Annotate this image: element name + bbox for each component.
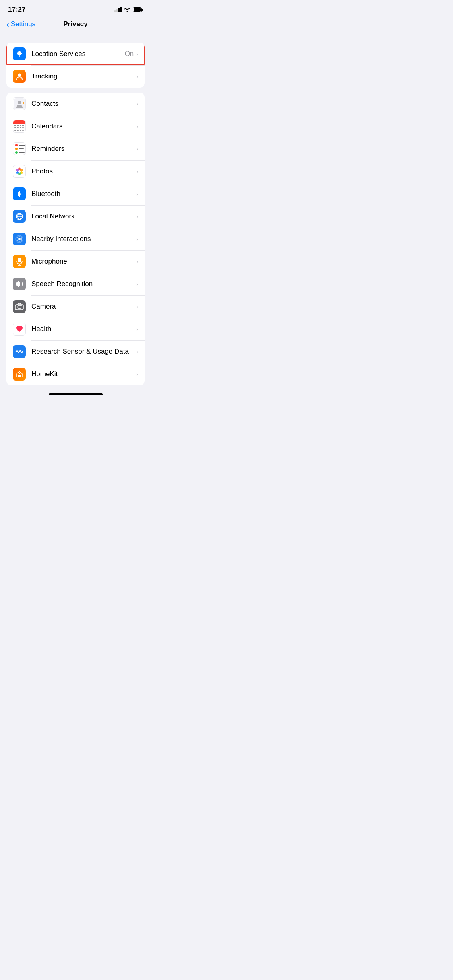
svg-rect-29 <box>17 282 18 286</box>
microphone-label: Microphone <box>31 257 136 266</box>
svg-rect-1 <box>142 9 143 11</box>
nearby-interactions-label: Nearby Interactions <box>31 235 136 243</box>
microphone-icon <box>13 255 26 268</box>
status-time: 17:27 <box>8 6 25 14</box>
camera-row[interactable]: Camera › <box>6 295 145 318</box>
photos-chevron: › <box>136 168 138 175</box>
svg-rect-6 <box>23 102 24 103</box>
camera-chevron: › <box>136 303 138 310</box>
location-services-chevron: › <box>136 51 138 57</box>
home-indicator <box>0 390 151 397</box>
health-label: Health <box>31 325 136 333</box>
location-services-row[interactable]: Location Services On › <box>6 43 145 65</box>
tracking-icon <box>13 70 26 83</box>
svg-rect-32 <box>21 281 21 287</box>
location-services-value: On <box>125 50 134 58</box>
contacts-icon <box>13 97 26 110</box>
contacts-label: Contacts <box>31 100 136 108</box>
home-bar <box>49 393 103 395</box>
microphone-chevron: › <box>136 258 138 265</box>
top-section: Location Services On › Tracking › <box>6 43 145 88</box>
research-sensor-row[interactable]: Research Sensor & Usage Data › <box>6 340 145 363</box>
svg-point-16 <box>18 170 21 173</box>
nav-bar: ‹ Settings Privacy <box>0 17 151 33</box>
reminders-label: Reminders <box>31 145 136 153</box>
photos-label: Photos <box>31 167 136 175</box>
homekit-icon <box>13 368 26 381</box>
research-sensor-icon <box>13 345 26 358</box>
battery-icon <box>133 7 143 12</box>
svg-rect-37 <box>18 375 21 377</box>
location-services-label: Location Services <box>31 50 125 58</box>
bluetooth-label: Bluetooth <box>31 190 136 198</box>
health-icon <box>13 323 26 336</box>
calendars-icon <box>13 120 26 133</box>
research-sensor-label: Research Sensor & Usage Data <box>31 348 136 356</box>
health-chevron: › <box>136 326 138 332</box>
tracking-chevron: › <box>136 73 138 80</box>
svg-rect-2 <box>134 8 141 12</box>
calendars-row[interactable]: Calendars › <box>6 115 145 138</box>
svg-point-22 <box>18 238 21 240</box>
local-network-label: Local Network <box>31 212 136 220</box>
svg-rect-31 <box>19 282 20 286</box>
signal-icon <box>114 7 122 12</box>
status-icons <box>114 7 143 12</box>
local-network-icon <box>13 210 26 223</box>
svg-rect-33 <box>22 282 23 286</box>
bluetooth-chevron: › <box>136 191 138 197</box>
svg-point-35 <box>18 305 21 309</box>
location-services-icon <box>13 47 26 60</box>
svg-rect-25 <box>18 258 21 262</box>
main-section: Contacts › Calendars › <box>6 93 145 385</box>
svg-rect-8 <box>23 105 24 105</box>
svg-point-38 <box>19 373 20 374</box>
homekit-chevron: › <box>136 371 138 377</box>
tracking-label: Tracking <box>31 72 136 80</box>
nearby-interactions-row[interactable]: Nearby Interactions › <box>6 228 145 250</box>
page-title: Privacy <box>63 20 88 28</box>
reminders-chevron: › <box>136 146 138 152</box>
local-network-row[interactable]: Local Network › <box>6 205 145 228</box>
reminders-row[interactable]: Reminders › <box>6 138 145 160</box>
camera-label: Camera <box>31 303 136 311</box>
homekit-label: HomeKit <box>31 370 136 378</box>
contacts-row[interactable]: Contacts › <box>6 93 145 115</box>
back-button[interactable]: ‹ Settings <box>6 20 35 28</box>
calendars-label: Calendars <box>31 122 136 130</box>
camera-icon <box>13 300 26 313</box>
research-sensor-chevron: › <box>136 348 138 355</box>
photos-icon <box>13 165 26 178</box>
svg-rect-7 <box>23 103 24 104</box>
bluetooth-row[interactable]: Bluetooth › <box>6 183 145 205</box>
speech-recognition-row[interactable]: Speech Recognition › <box>6 273 145 295</box>
microphone-row[interactable]: Microphone › <box>6 250 145 273</box>
local-network-chevron: › <box>136 213 138 220</box>
nearby-interactions-icon <box>13 233 26 245</box>
svg-point-3 <box>18 74 21 76</box>
back-label: Settings <box>11 20 35 28</box>
svg-rect-30 <box>18 281 19 287</box>
nearby-interactions-chevron: › <box>136 236 138 242</box>
status-bar: 17:27 <box>0 0 151 17</box>
tracking-row[interactable]: Tracking › <box>6 65 145 88</box>
homekit-row[interactable]: HomeKit › <box>6 363 145 385</box>
calendars-chevron: › <box>136 123 138 130</box>
health-row[interactable]: Health › <box>6 318 145 340</box>
wifi-icon <box>124 7 130 12</box>
speech-recognition-icon <box>13 278 26 290</box>
speech-recognition-label: Speech Recognition <box>31 280 136 288</box>
svg-point-5 <box>18 101 21 104</box>
photos-row[interactable]: Photos › <box>6 160 145 183</box>
contacts-chevron: › <box>136 101 138 107</box>
reminders-icon <box>13 142 26 155</box>
speech-recognition-chevron: › <box>136 281 138 287</box>
svg-rect-28 <box>16 282 17 286</box>
bluetooth-icon <box>13 187 26 200</box>
back-chevron-icon: ‹ <box>6 20 9 28</box>
svg-point-36 <box>21 305 22 306</box>
